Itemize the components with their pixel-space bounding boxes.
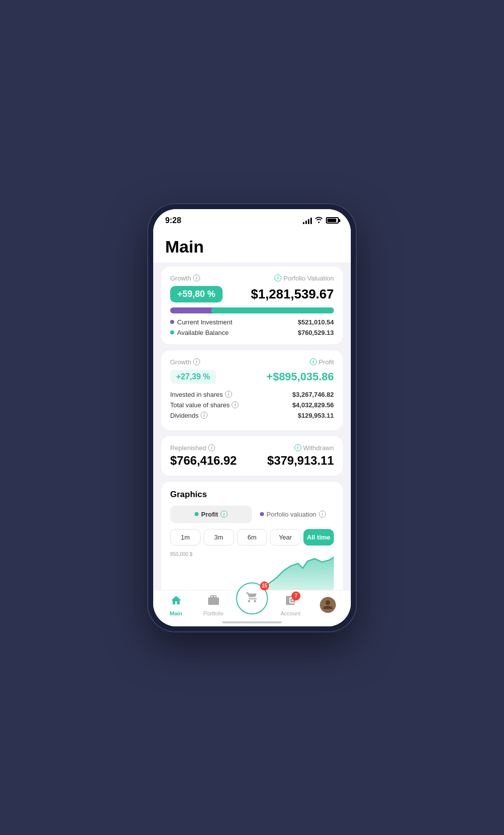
replenished-row: Replenished i $766,416.92 i Withdrawn $3…	[170, 444, 334, 468]
nav-account[interactable]: 7 Account	[275, 594, 305, 616]
invested-info-icon[interactable]: i	[225, 391, 232, 398]
legend-balance-label: Available Balance	[170, 329, 229, 336]
time-tab-alltime[interactable]: All time	[303, 529, 334, 546]
graphics-card: Graphics Profit i Porfolio valuation i	[161, 482, 343, 590]
nav-cart[interactable]: 15	[236, 582, 268, 614]
card1-valuation-value: $1,281,539.67	[251, 286, 334, 302]
card1-valuation-label: i Porfolio Valuation	[274, 275, 334, 282]
status-bar: 9:28	[153, 209, 351, 229]
home-icon	[170, 594, 182, 609]
card2-profit-info-icon[interactable]: i	[310, 358, 317, 365]
cart-badge: 15	[260, 581, 269, 590]
avatar[interactable]	[320, 597, 336, 613]
time-tab-3m[interactable]: 3m	[204, 529, 234, 546]
legend-row-2: Available Balance $760,529.13	[170, 329, 334, 336]
cart-button[interactable]: 15	[236, 582, 268, 614]
withdrawn-info-icon[interactable]: i	[294, 444, 301, 451]
card2-profit-value: +$895,035.86	[266, 370, 334, 383]
progress-bar	[170, 307, 334, 313]
stat-total-value: $4,032,829.56	[292, 401, 334, 409]
replenished-info-icon[interactable]: i	[208, 444, 215, 451]
phone-frame: 9:28 Main	[147, 203, 357, 632]
graphics-title: Graphics	[170, 490, 334, 500]
legend-balance-value: $760,529.13	[298, 329, 334, 336]
tab-portfolio-valuation[interactable]: Porfolio valuation i	[252, 506, 334, 523]
replenished-card: Replenished i $766,416.92 i Withdrawn $3…	[161, 436, 343, 476]
battery-icon	[326, 217, 339, 224]
legend-row-1: Current Investment $521,010.54	[170, 318, 334, 326]
stat-dividends-value: $129,953.11	[298, 412, 334, 419]
legend-investment-value: $521,010.54	[298, 318, 334, 326]
nav-profile[interactable]	[313, 597, 343, 614]
wifi-icon	[315, 216, 323, 225]
dot-green	[170, 330, 174, 334]
dividends-info-icon[interactable]: i	[201, 412, 208, 419]
valuation-info-icon[interactable]: i	[274, 275, 281, 281]
chart-type-tabs: Profit i Porfolio valuation i	[170, 506, 334, 523]
status-time: 9:28	[165, 216, 181, 225]
nav-account-label: Account	[280, 610, 300, 616]
time-tab-1m[interactable]: 1m	[170, 529, 201, 546]
shares-card: Growth i i Profit +27,39 % +$895,035.86	[161, 350, 343, 430]
growth-info-icon[interactable]: i	[193, 275, 200, 281]
nav-portfolio[interactable]: Portfolio	[199, 594, 229, 616]
withdrawn-label: i Withdrawn	[267, 444, 334, 452]
account-badge: 7	[291, 591, 300, 600]
dot-purple	[170, 320, 174, 324]
nav-portfolio-label: Portfolio	[204, 610, 224, 616]
replenished-group: Replenished i $766,416.92	[170, 444, 237, 468]
chart-y-label-high: 850,000 $	[170, 552, 193, 557]
progress-fill	[211, 307, 334, 313]
portfolio-valuation-card: Growth i i Porfolio Valuation +59,80 % $…	[161, 267, 343, 344]
portfolio-tab-info-icon[interactable]: i	[319, 511, 326, 518]
page-header: Main	[153, 229, 351, 263]
withdrawn-value: $379,913.11	[267, 454, 334, 468]
profit-tab-info-icon[interactable]: i	[221, 511, 228, 518]
card2-growth-badge: +27,39 %	[170, 370, 216, 384]
stat-dividends-label: Dividends i	[170, 412, 208, 419]
time-tab-6m[interactable]: 6m	[237, 529, 267, 546]
time-tab-year[interactable]: Year	[270, 529, 300, 546]
stat-row-3: Dividends i $129,953.11	[170, 412, 334, 419]
cards-container: Growth i i Porfolio Valuation +59,80 % $…	[153, 263, 351, 590]
portfolio-icon	[208, 594, 220, 609]
home-indicator	[222, 621, 282, 623]
tab-profit[interactable]: Profit i	[170, 506, 252, 523]
stat-invested-label: Invested in shares i	[170, 391, 232, 398]
scroll-content[interactable]: Main Growth i i Porfolio Valuation	[153, 229, 351, 590]
replenished-value: $766,416.92	[170, 454, 237, 468]
phone-screen: 9:28 Main	[153, 209, 351, 626]
stat-row-2: Total value of shares i $4,032,829.56	[170, 401, 334, 409]
page-title: Main	[165, 237, 339, 257]
card1-header: Growth i i Porfolio Valuation	[170, 275, 334, 282]
stat-total-label: Total value of shares i	[170, 401, 239, 409]
card1-growth-label: Growth i	[170, 275, 200, 282]
card2-profit-label: i Profit	[310, 358, 334, 366]
stat-row-1: Invested in shares i $3,267,746.82	[170, 391, 334, 398]
replenished-label: Replenished i	[170, 444, 237, 452]
withdrawn-group: i Withdrawn $379,913.11	[267, 444, 334, 468]
portfolio-dot	[260, 512, 264, 516]
card1-growth-badge: +59,80 %	[170, 286, 223, 302]
signal-icon	[303, 217, 312, 224]
status-icons	[303, 216, 339, 225]
bottom-nav: Main Portfolio 15	[153, 590, 351, 626]
profit-dot	[195, 512, 199, 516]
time-tabs: 1m 3m 6m Year All time	[170, 529, 334, 546]
chart-y-labels: 850,000 $ 650,000 $	[170, 552, 193, 590]
card2-header: Growth i i Profit	[170, 358, 334, 366]
total-info-icon[interactable]: i	[232, 401, 239, 408]
account-badge-wrap: 7	[284, 594, 296, 609]
legend-investment-label: Current Investment	[170, 318, 233, 326]
nav-main-label: Main	[170, 610, 182, 616]
cart-icon	[245, 589, 259, 607]
stat-invested-value: $3,267,746.82	[292, 391, 334, 398]
card2-growth-label: Growth i	[170, 358, 200, 366]
card2-growth-info-icon[interactable]: i	[193, 358, 200, 365]
nav-main[interactable]: Main	[161, 594, 191, 616]
